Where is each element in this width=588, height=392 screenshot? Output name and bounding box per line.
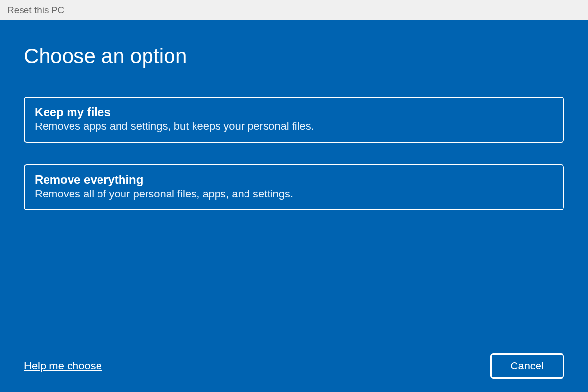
help-me-choose-link[interactable]: Help me choose [24, 360, 102, 372]
content-area: Choose an option Keep my files Removes a… [0, 20, 588, 392]
option-title: Remove everything [35, 173, 553, 187]
option-description: Removes apps and settings, but keeps you… [35, 120, 553, 133]
option-keep-my-files[interactable]: Keep my files Removes apps and settings,… [24, 97, 564, 143]
footer: Help me choose Cancel [24, 353, 564, 379]
option-title: Keep my files [35, 105, 553, 119]
cancel-button[interactable]: Cancel [490, 353, 564, 379]
title-bar: Reset this PC [0, 0, 588, 20]
option-description: Removes all of your personal files, apps… [35, 188, 553, 200]
option-remove-everything[interactable]: Remove everything Removes all of your pe… [24, 164, 564, 210]
window-title: Reset this PC [7, 5, 64, 16]
page-heading: Choose an option [24, 45, 564, 68]
